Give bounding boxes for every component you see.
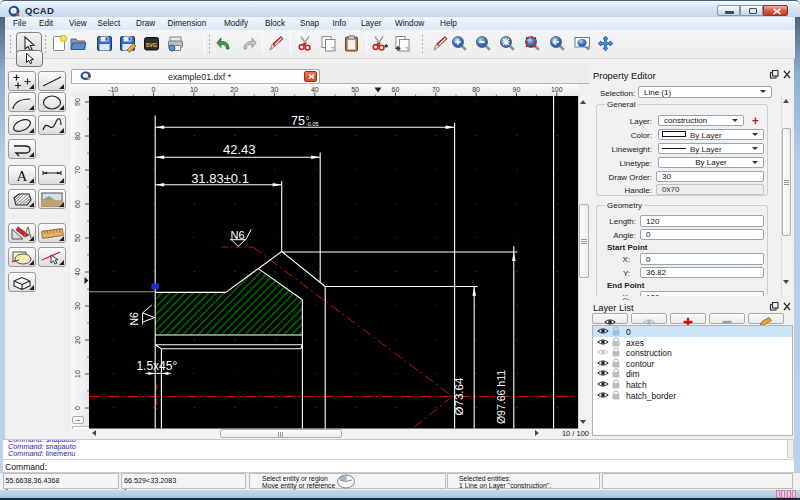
svg-text:1.5x45°: 1.5x45° xyxy=(136,359,177,373)
svg-text:80: 80 xyxy=(74,132,81,140)
svg-text:70: 70 xyxy=(432,85,440,92)
svg-text:10: 10 xyxy=(74,370,81,378)
svg-text:90: 90 xyxy=(513,85,521,92)
svg-text:60: 60 xyxy=(392,85,400,92)
svg-text:50: 50 xyxy=(74,234,81,242)
svg-text:75: 75 xyxy=(291,114,305,128)
svg-text:Ø97.66 h11: Ø97.66 h11 xyxy=(495,370,507,424)
svg-text:30: 30 xyxy=(74,302,81,310)
svg-text:10: 10 xyxy=(190,85,198,92)
svg-text:40: 40 xyxy=(311,85,319,92)
svg-text:N6: N6 xyxy=(230,229,244,241)
svg-text:A: A xyxy=(17,168,28,184)
svg-text:31.83±0.1: 31.83±0.1 xyxy=(191,171,249,186)
svg-text:SVG: SVG xyxy=(146,42,158,48)
svg-text:-10: -10 xyxy=(108,85,118,92)
svg-text:70: 70 xyxy=(74,166,81,174)
svg-text:N6: N6 xyxy=(128,312,140,326)
svg-text:50: 50 xyxy=(351,85,359,92)
svg-text:90: 90 xyxy=(74,98,81,106)
svg-text:80: 80 xyxy=(472,85,480,92)
svg-text:42.43: 42.43 xyxy=(223,142,256,157)
svg-text:60: 60 xyxy=(74,200,81,208)
svg-text:0: 0 xyxy=(152,85,156,92)
svg-text:40: 40 xyxy=(74,268,81,276)
svg-text:100: 100 xyxy=(551,85,563,92)
svg-text:20: 20 xyxy=(74,336,81,344)
svg-text:30: 30 xyxy=(271,85,279,92)
svg-text:0: 0 xyxy=(74,405,81,409)
svg-text:-0.05: -0.05 xyxy=(306,121,319,127)
svg-text:20: 20 xyxy=(230,85,238,92)
svg-text:Ø73.64: Ø73.64 xyxy=(453,377,465,415)
